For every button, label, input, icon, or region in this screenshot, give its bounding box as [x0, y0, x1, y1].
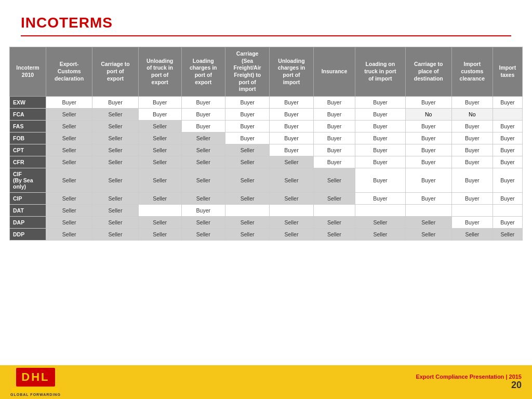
incoterms-table: Incoterm 2010 Export- Customs declaratio…: [9, 47, 523, 241]
col-incoterm: Incoterm 2010: [10, 47, 46, 97]
table-header-row: Incoterm 2010 Export- Customs declaratio…: [10, 47, 523, 97]
table-cell: [493, 204, 522, 216]
table-cell: [355, 204, 405, 216]
table-cell: Seller: [46, 108, 92, 120]
table-cell: Seller: [92, 156, 138, 168]
table-cell: Seller: [92, 144, 138, 156]
dhl-text: DHL: [21, 370, 49, 383]
table-cell: Buyer: [313, 156, 355, 168]
incoterm-label: EXW: [10, 96, 46, 108]
table-cell: Buyer: [451, 132, 493, 144]
table-cell: Buyer: [405, 132, 451, 144]
table-row: CIF (By Sea only)SellerSellerSellerSelle…: [10, 168, 523, 192]
table-cell: Buyer: [493, 156, 522, 168]
table-cell: Seller: [355, 216, 405, 228]
incoterm-label: FCA: [10, 108, 46, 120]
table-cell: Seller: [46, 132, 92, 144]
col-export-customs: Export- Customs declaration: [46, 47, 92, 97]
footer-presentation: Export Compliance Presentation | 2015: [416, 374, 522, 380]
table-cell: Seller: [270, 156, 313, 168]
incoterm-label: DAP: [10, 216, 46, 228]
table-cell: Seller: [355, 228, 405, 240]
table-cell: Seller: [138, 144, 181, 156]
table-cell: Buyer: [181, 120, 225, 132]
table-cell: Buyer: [451, 216, 493, 228]
table-cell: Seller: [92, 168, 138, 192]
table-cell: Seller: [46, 228, 92, 240]
table-cell: Buyer: [181, 108, 225, 120]
table-cell: Seller: [92, 120, 138, 132]
table-cell: Buyer: [225, 96, 270, 108]
table-cell: Seller: [92, 204, 138, 216]
table-cell: Seller: [46, 156, 92, 168]
table-cell: Seller: [92, 216, 138, 228]
table-cell: Buyer: [46, 96, 92, 108]
table-cell: Buyer: [270, 96, 313, 108]
table-cell: [270, 204, 313, 216]
table-cell: Buyer: [451, 192, 493, 204]
table-cell: Seller: [46, 168, 92, 192]
table-cell: Buyer: [355, 120, 405, 132]
table-cell: Seller: [313, 168, 355, 192]
table-cell: Seller: [138, 216, 181, 228]
col-unloading-charges-port-import: Unloading charges in port of import: [270, 47, 313, 97]
table-cell: Buyer: [181, 96, 225, 108]
table-cell: Buyer: [355, 168, 405, 192]
table-cell: Buyer: [313, 132, 355, 144]
table-cell: Seller: [138, 132, 181, 144]
table-cell: Seller: [181, 144, 225, 156]
table-cell: Seller: [138, 156, 181, 168]
col-insurance: Insurance: [313, 47, 355, 97]
page-title: INCOTERMS: [21, 15, 511, 31]
table-cell: Buyer: [405, 96, 451, 108]
table-cell: Seller: [181, 192, 225, 204]
table-cell: Buyer: [405, 192, 451, 204]
table-cell: Buyer: [493, 96, 522, 108]
table-cell: Buyer: [493, 132, 522, 144]
table-cell: Seller: [181, 156, 225, 168]
table-cell: Seller: [46, 192, 92, 204]
incoterm-label: DDP: [10, 228, 46, 240]
dhl-logo: DHL GLOBAL FORWARDING: [10, 368, 61, 396]
table-cell: Seller: [405, 216, 451, 228]
table-cell: Seller: [313, 192, 355, 204]
footer-page-number: 20: [416, 380, 522, 391]
table-cell: Buyer: [493, 120, 522, 132]
table-cell: Buyer: [355, 144, 405, 156]
table-cell: Buyer: [405, 120, 451, 132]
dhl-logo-wrap: DHL GLOBAL FORWARDING: [10, 368, 61, 396]
table-cell: Buyer: [355, 96, 405, 108]
table-cell: Seller: [46, 144, 92, 156]
table-cell: Buyer: [493, 168, 522, 192]
col-carriage-to-port-export: Carriage to port of export: [92, 47, 138, 97]
table-cell: Buyer: [493, 216, 522, 228]
col-loading-truck-port-import: Loading on truck in port of import: [355, 47, 405, 97]
table-cell: Seller: [270, 228, 313, 240]
table-cell: Buyer: [313, 96, 355, 108]
table-cell: Buyer: [138, 96, 181, 108]
table-cell: Buyer: [451, 120, 493, 132]
table-cell: Buyer: [138, 108, 181, 120]
table-cell: [313, 204, 355, 216]
table-cell: Seller: [46, 216, 92, 228]
table-cell: Seller: [92, 132, 138, 144]
table-cell: Seller: [225, 144, 270, 156]
table-body: EXWBuyerBuyerBuyerBuyerBuyerBuyerBuyerBu…: [10, 96, 523, 240]
header: INCOTERMS: [0, 0, 532, 42]
table-cell: [225, 204, 270, 216]
table-row: DAPSellerSellerSellerSellerSellerSellerS…: [10, 216, 523, 228]
table-cell: Seller: [270, 216, 313, 228]
table-cell: Seller: [138, 228, 181, 240]
table-cell: Seller: [270, 192, 313, 204]
main-content: Incoterm 2010 Export- Customs declaratio…: [0, 42, 532, 365]
table-cell: Seller: [313, 228, 355, 240]
table-cell: Seller: [225, 192, 270, 204]
table-cell: Buyer: [451, 168, 493, 192]
table-cell: Seller: [270, 168, 313, 192]
incoterm-label: CIP: [10, 192, 46, 204]
table-cell: Seller: [46, 204, 92, 216]
table-cell: Buyer: [451, 144, 493, 156]
table-cell: Buyer: [355, 192, 405, 204]
table-cell: [405, 204, 451, 216]
table-cell: [451, 204, 493, 216]
